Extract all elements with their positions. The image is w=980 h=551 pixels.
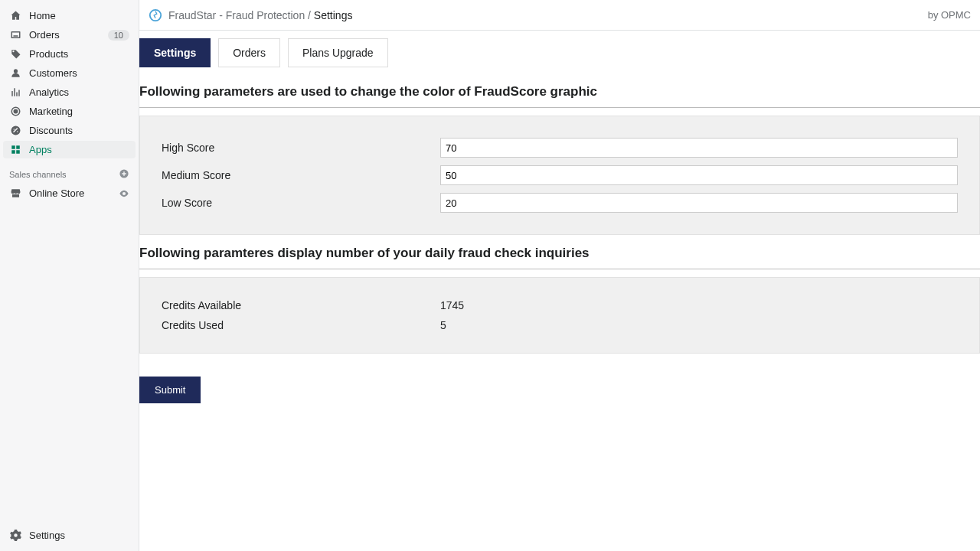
medium-score-input[interactable] [440,165,958,185]
breadcrumb-app[interactable]: FraudStar - Fraud Protection [168,9,305,21]
field-medium-score: Medium Score [162,165,958,185]
sidebar-item-settings[interactable]: Settings [3,527,136,544]
sidebar-item-label: Marketing [29,106,129,117]
sidebar-item-label: Apps [29,144,129,155]
sidebar-item-label: Discounts [29,125,129,136]
panel-credits: Credits Available 1745 Credits Used 5 [139,277,980,354]
store-icon [9,187,21,200]
credits-used-value: 5 [440,319,446,331]
breadcrumb: FraudStar - Fraud Protection / Settings [168,9,352,21]
by-line: by OPMC [928,9,971,21]
field-label: Credits Available [162,299,440,311]
tag-icon [9,48,21,60]
section-title-score-colors: Following parameters are used to change … [139,84,980,108]
sidebar-item-label: Settings [29,530,129,541]
gear-icon [9,530,21,542]
topbar: FraudStar - Fraud Protection / Settings … [139,0,980,31]
tabs: Settings Orders Plans Upgrade [139,31,980,75]
sidebar-item-orders[interactable]: Orders 10 [3,26,136,44]
field-label: Medium Score [162,169,440,181]
field-credits-used: Credits Used 5 [162,319,958,331]
sidebar-item-label: Products [29,48,129,60]
sidebar-item-label: Analytics [29,86,129,98]
sales-channels-label: Sales channels [9,170,67,179]
breadcrumb-page: Settings [314,9,353,21]
tab-orders[interactable]: Orders [218,38,280,67]
sidebar-item-customers[interactable]: Customers [3,64,136,82]
sidebar: Home Orders 10 Products Customers Analyt… [0,0,139,551]
field-low-score: Low Score [162,193,958,213]
inbox-icon [9,29,21,41]
tab-settings[interactable]: Settings [139,38,211,67]
sales-channels-header: Sales channels [3,159,136,184]
home-icon [9,10,21,22]
sidebar-item-analytics[interactable]: Analytics [3,83,136,101]
plus-circle-icon[interactable] [119,168,129,181]
high-score-input[interactable] [440,138,958,158]
credits-available-value: 1745 [440,299,464,311]
sidebar-item-label: Orders [29,29,100,41]
sidebar-item-label: Customers [29,67,129,79]
sidebar-item-label: Online Store [29,187,111,199]
sidebar-item-apps[interactable]: Apps [3,141,136,158]
sidebar-item-discounts[interactable]: Discounts [3,122,136,139]
submit-button[interactable]: Submit [139,377,201,403]
tab-plans-upgrade[interactable]: Plans Upgrade [288,38,388,67]
field-label: Credits Used [162,319,440,331]
field-label: High Score [162,142,440,154]
analytics-icon [9,86,21,99]
app-logo-icon [149,8,162,22]
eye-icon[interactable] [119,188,129,199]
target-icon [9,106,21,118]
sidebar-item-products[interactable]: Products [3,45,136,63]
person-icon [9,67,21,80]
sidebar-item-home[interactable]: Home [3,7,136,24]
field-high-score: High Score [162,138,958,158]
content: Settings Orders Plans Upgrade Following … [139,31,980,551]
sidebar-item-label: Home [29,10,129,21]
low-score-input[interactable] [440,193,958,213]
sidebar-item-marketing[interactable]: Marketing [3,103,136,120]
field-credits-available: Credits Available 1745 [162,299,958,311]
main: FraudStar - Fraud Protection / Settings … [139,0,980,551]
panel-score-colors: High Score Medium Score Low Score [139,116,980,235]
field-label: Low Score [162,197,440,209]
apps-icon [9,144,21,156]
discount-icon [9,125,21,137]
sidebar-item-online-store[interactable]: Online Store [3,184,136,202]
section-title-credits: Following paramteres display number of y… [139,246,980,269]
orders-badge: 10 [108,30,129,41]
